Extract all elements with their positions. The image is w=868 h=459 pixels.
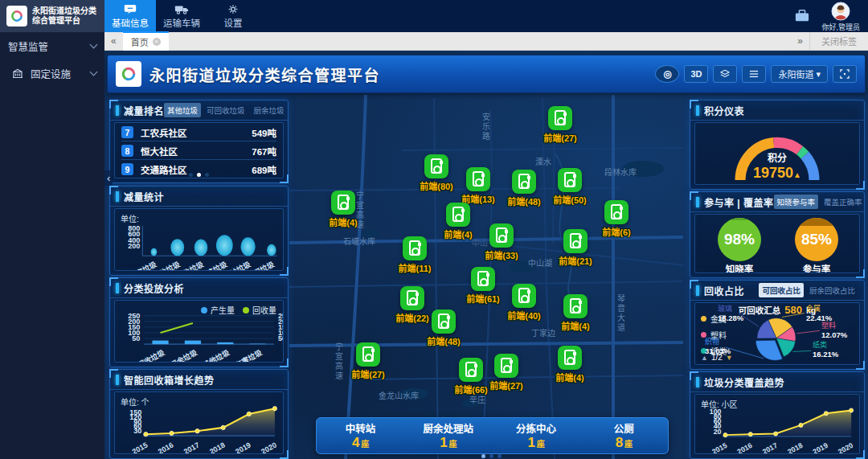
map-marker-bin-icon[interactable] [459,358,483,382]
svg-text:50: 50 [132,334,140,342]
title-accent-bar [696,285,699,296]
map-place-label: 中山 [472,236,488,248]
title-accent-bar [116,283,119,293]
region-dropdown-value: 永阳街道 [778,68,813,80]
nav-tab-settings[interactable]: 设置 [207,0,259,32]
ranking-row[interactable]: 8 恒大社区 767吨 [121,142,276,160]
participation-tab-coverage[interactable]: 覆盖正确率 [821,195,866,209]
svg-text:2018: 2018 [208,441,226,453]
svg-text:2016: 2016 [157,441,174,453]
map-marker-bin-icon[interactable] [512,284,536,308]
map-marker-bin-icon[interactable] [512,170,536,194]
legend-item[interactable]: 产生量 [201,304,235,316]
pie-slice-label: 织物31.03% [705,338,731,356]
scroll-tabs-left-icon[interactable]: « [104,35,123,47]
dot[interactable] [189,173,193,177]
sidebar-item-smart-supervision[interactable]: 智慧监管 [0,32,104,59]
dot[interactable] [497,454,502,458]
map-marker-bin-icon[interactable] [558,346,582,370]
map-marker-bin-icon[interactable] [446,203,470,227]
map-marker-label: 前端(4) [561,319,589,332]
map-place-label: 琴音大道 [615,294,627,333]
scroll-tabs-right-icon[interactable]: » [791,35,809,47]
svg-text:2019: 2019 [812,441,829,453]
svg-text:2015: 2015 [131,441,149,453]
map-marker-label: 前端(40) [507,309,541,322]
legend-item[interactable]: 回收量 [243,304,276,316]
map-3d-button[interactable]: 3D [684,65,708,83]
nav-tab-label: 设置 [224,16,243,29]
map-marker-bin-icon[interactable] [494,354,518,378]
up-arrow-icon: ▲ [793,170,801,179]
participation-rate-value: 85% [801,231,832,248]
stat-public-toilet: 公厕 8座 [580,420,668,451]
svg-text:50: 50 [278,334,283,342]
app-title: 永阳街道垃圾分类综合管理平台 [32,6,98,27]
stat-unit: 座 [624,440,633,449]
svg-text:有害垃圾: 有害垃圾 [234,347,264,362]
layers-icon[interactable] [713,65,737,83]
stat-label: 中转站 [317,420,404,436]
close-all-tabs-button[interactable]: 关闭标签 [809,32,868,50]
pie-slice-label: 塑料12.07% [821,322,847,340]
map-marker-bin-icon[interactable] [563,229,588,253]
map-place-label: 安乐路 [480,113,492,141]
map-marker-label: 前端(48) [427,334,461,347]
participation-rate-circle: 85% [795,218,838,261]
svg-text:2019: 2019 [234,441,252,453]
map-marker-bin-icon[interactable] [558,168,582,192]
dot[interactable] [197,173,201,177]
stat-value: 1 [527,435,534,450]
map-marker-bin-icon[interactable] [563,294,588,318]
recycle-tab-kitchen[interactable]: 厨余回收占比 [806,283,858,297]
liquid-cap [718,218,761,220]
collapse-panel-arrow[interactable]: ‹ [104,170,113,186]
compass-icon[interactable]: ◎ [655,65,679,83]
region-dropdown[interactable]: 永阳街道 ▾ [771,65,828,83]
map-marker-bin-icon[interactable] [424,154,448,178]
truck-icon [174,4,189,14]
dot[interactable] [205,173,209,177]
map-marker-bin-icon[interactable] [471,267,495,291]
awareness-rate-value: 98% [724,231,755,248]
fullscreen-icon[interactable] [833,65,857,83]
map-marker-bin-icon[interactable] [331,191,355,215]
ranking-tab-recyclable[interactable]: 可回收垃圾 [203,103,248,117]
svg-text:2020: 2020 [260,441,277,453]
dot[interactable] [489,454,493,458]
recycle-tab-recyclable[interactable]: 可回收占比 [759,283,804,297]
ranking-tab-kitchen[interactable]: 厨余垃圾 [251,103,288,117]
map-marker-bin-icon[interactable] [548,106,572,130]
map-canvas[interactable]: 溧水段林水库石塘水库中山湖中山永阳琴音大道宁宣高速宁宣高速安乐路金龙山水库辛庄丁… [104,50,868,459]
tab-home[interactable]: 首页 × [123,31,169,51]
summary-label: 可回收汇总 [739,305,781,315]
panel-participation: 参与率 | 覆盖率 知晓参与率 覆盖正确率 98% 知晓率 85% 参与率 [690,191,865,278]
map-marker-bin-icon[interactable] [604,200,628,224]
legend-list-icon[interactable] [742,65,766,83]
nav-tab-basic-info[interactable]: 基础信息 [104,0,156,32]
briefcase-icon[interactable] [794,9,810,23]
user-menu[interactable]: 你好,管理员 [821,2,860,32]
panel-coverage-trend: 垃圾分类覆盖趋势 单位: 小区 100806040202015201620172… [690,371,865,459]
map-marker-bin-icon[interactable] [356,342,380,367]
stats-carousel-dots [316,454,667,458]
map-marker-bin-icon[interactable] [400,286,424,310]
map-marker-bin-icon[interactable] [403,236,427,260]
stat-value: 1 [440,435,447,450]
participation-tab-awareness[interactable]: 知晓参与率 [774,195,819,209]
nav-tab-transport-vehicles[interactable]: 运输车辆 [156,0,207,32]
chart-legend: 产生量回收量 [201,304,276,316]
dot[interactable] [481,454,485,458]
ranking-tab-other[interactable]: 其他垃圾 [164,103,201,117]
panel-title: 积分仪表 [704,104,744,117]
ranking-row[interactable]: 7 工农兵社区 549吨 [121,124,276,141]
map-marker-label: 前端(4) [329,215,357,228]
panel-sorting-analysis: 分类投放分析 产生量回收量 25025020020015015010010050… [109,277,289,367]
map-marker-bin-icon[interactable] [432,309,456,334]
map-marker-bin-icon[interactable] [466,167,490,191]
map-marker-bin-icon[interactable] [489,223,514,248]
close-tab-icon[interactable]: × [153,38,161,46]
sidebar-item-fixed-facilities[interactable]: 固定设施 [0,59,104,87]
svg-text:200: 200 [128,242,140,250]
stat-value: 4 [352,435,359,450]
